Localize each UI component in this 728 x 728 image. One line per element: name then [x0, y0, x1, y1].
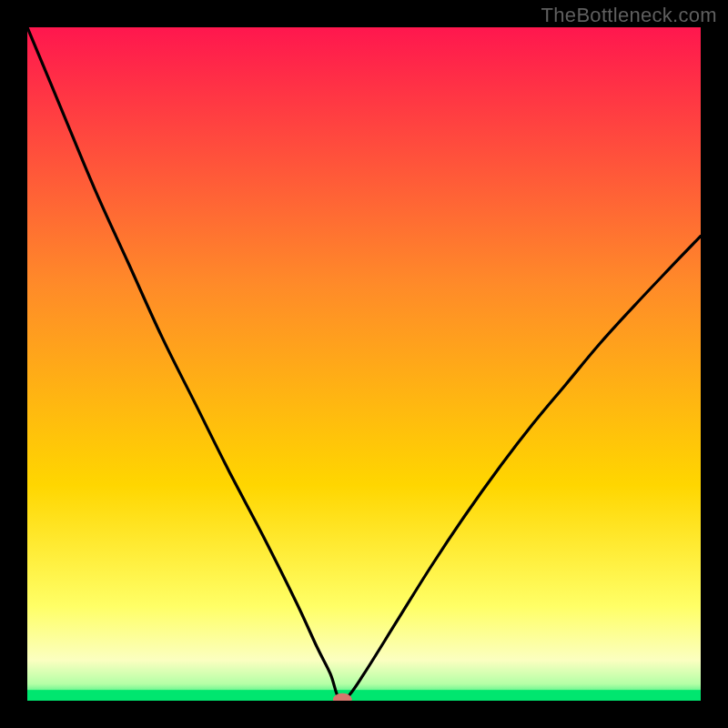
watermark-text: TheBottleneck.com — [541, 4, 717, 27]
gradient-background — [27, 27, 701, 701]
chart-frame: TheBottleneck.com — [0, 0, 728, 728]
green-shelf — [27, 690, 701, 701]
chart-svg — [27, 27, 701, 701]
plot-area — [27, 27, 701, 701]
